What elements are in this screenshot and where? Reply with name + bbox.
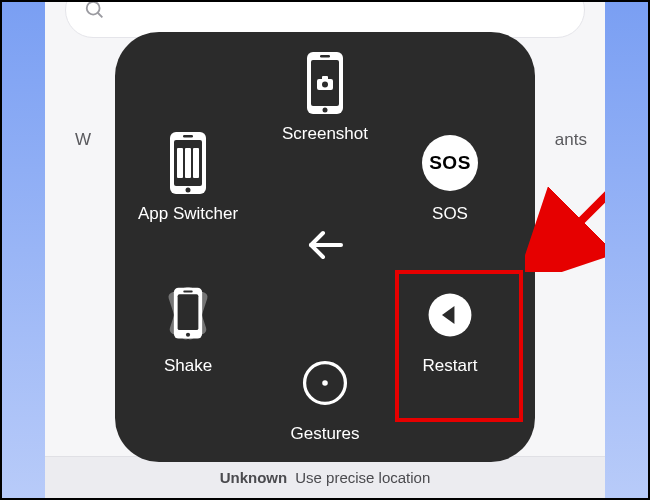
svg-point-4 [323,108,328,113]
sos-icon: SOS [417,130,483,196]
menu-item-app-switcher[interactable]: App Switcher [123,130,253,224]
menu-label: Screenshot [282,124,368,144]
menu-item-gestures[interactable]: Gestures [260,350,390,444]
restart-icon [417,282,483,348]
menu-label: Restart [423,356,478,376]
arrow-left-icon [301,221,349,269]
svg-point-27 [322,380,328,386]
menu-label: Shake [164,356,212,376]
svg-rect-14 [185,148,191,178]
svg-rect-5 [320,55,330,58]
phone-cards-icon [155,130,221,196]
background-hint-right: ants [555,130,587,150]
annotation-arrow-icon [525,152,605,272]
sos-glyph: SOS [429,152,471,174]
menu-label: SOS [432,204,468,224]
menu-item-restart[interactable]: Restart [385,282,515,376]
background-hint-left: W [75,130,91,150]
bottom-rest: Use precise location [295,469,430,486]
back-button[interactable] [295,215,355,275]
menu-item-sos[interactable]: SOS SOS [385,130,515,224]
menu-label: Gestures [291,424,360,444]
svg-rect-12 [183,135,193,138]
svg-rect-15 [193,148,199,178]
svg-point-8 [322,82,328,88]
phone-camera-icon [292,50,358,116]
phone-background: W ants Unknown Use precise location [45,2,605,498]
screenshot-frame: W ants Unknown Use precise location [0,0,650,500]
svg-rect-23 [183,290,192,292]
menu-label: App Switcher [138,204,238,224]
bottom-bold: Unknown [220,469,288,486]
search-icon [84,2,106,21]
assistivetouch-panel: Screenshot App Switcher [115,32,535,462]
svg-point-11 [186,188,191,193]
svg-line-1 [98,13,103,18]
bottom-strip: Unknown Use precise location [45,456,605,498]
svg-point-0 [87,2,100,15]
svg-point-22 [186,333,190,337]
svg-rect-7 [322,76,328,80]
svg-rect-13 [177,148,183,178]
shake-icon [155,282,221,348]
svg-rect-21 [178,294,199,330]
gestures-icon [292,350,358,416]
menu-item-screenshot[interactable]: Screenshot [260,50,390,144]
menu-item-shake[interactable]: Shake [123,282,253,376]
